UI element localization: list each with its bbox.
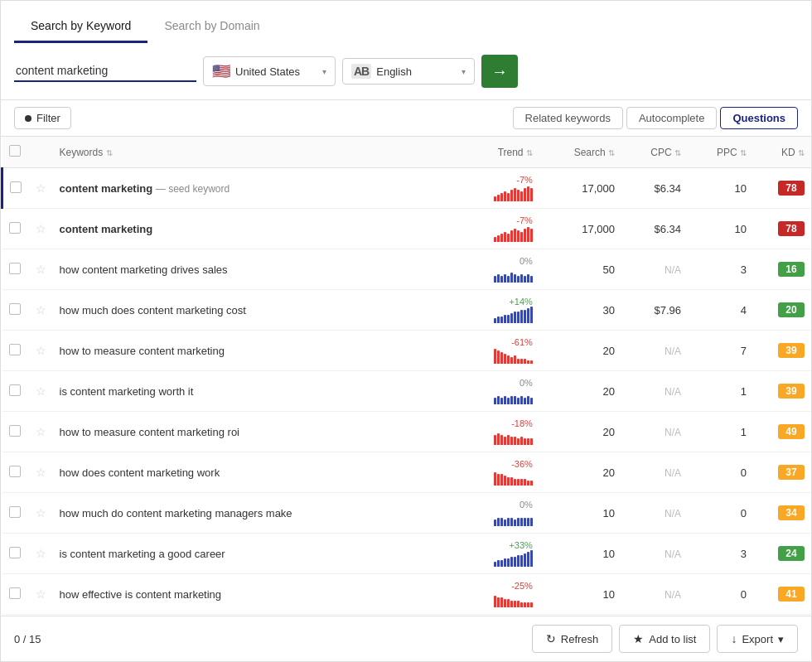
- row-checkbox[interactable]: [9, 344, 21, 355]
- table-row: ☆how to measure content marketing-61%20N…: [2, 331, 812, 371]
- mini-bar: [517, 438, 520, 445]
- mini-bar: [520, 518, 523, 526]
- mini-bar: [504, 354, 506, 364]
- filter-tab-related[interactable]: Related keywords: [513, 107, 623, 129]
- mini-bar: [517, 312, 520, 323]
- col-label-trend: Trend: [498, 147, 524, 158]
- mini-bar: [494, 435, 496, 445]
- mini-bar: [517, 479, 520, 486]
- mini-bar: [510, 601, 513, 607]
- search-volume-cell: 17,000: [539, 168, 621, 209]
- sort-cpc-icon: ⇅: [674, 148, 681, 157]
- star-icon[interactable]: ☆: [36, 344, 46, 357]
- trend-pct: -7%: [433, 215, 533, 225]
- star-icon[interactable]: ☆: [36, 466, 46, 479]
- mini-bar: [514, 312, 516, 323]
- mini-bar: [524, 602, 526, 607]
- mini-bar: [504, 599, 506, 607]
- col-header-keywords[interactable]: Keywords ⇅: [53, 137, 427, 168]
- na-label: N/A: [665, 264, 681, 276]
- export-icon: ↓: [731, 632, 737, 645]
- mini-bar: [497, 195, 500, 201]
- page-count: 0 / 15: [14, 633, 41, 645]
- mini-bar: [524, 398, 526, 404]
- cpc-cell: N/A: [621, 493, 688, 534]
- mini-bar: [530, 602, 533, 607]
- mini-bar: [510, 190, 513, 201]
- col-label-ppc: PPC: [717, 147, 737, 158]
- mini-bar: [520, 555, 523, 567]
- export-button[interactable]: ↓ Export ▾: [717, 625, 798, 653]
- mini-bar: [514, 519, 516, 526]
- trend-chart: [433, 469, 533, 486]
- mini-bar: [530, 550, 533, 567]
- col-header-kd[interactable]: KD ⇅: [753, 137, 811, 168]
- mini-bar: [514, 355, 516, 364]
- na-label: N/A: [665, 508, 681, 519]
- ppc-cell: 0: [688, 493, 753, 534]
- star-icon[interactable]: ☆: [36, 547, 46, 560]
- mini-bar: [510, 518, 513, 526]
- star-icon[interactable]: ☆: [36, 303, 46, 317]
- row-checkbox[interactable]: [9, 425, 21, 437]
- star-icon[interactable]: ☆: [36, 181, 46, 195]
- tab-search-keyword[interactable]: Search by Keyword: [14, 11, 147, 43]
- star-icon[interactable]: ☆: [36, 587, 46, 601]
- search-button[interactable]: →: [481, 55, 518, 88]
- row-checkbox[interactable]: [9, 587, 21, 599]
- filter-tab-questions[interactable]: Questions: [720, 107, 798, 129]
- mini-bar: [520, 359, 523, 364]
- kd-badge: 41: [778, 587, 805, 602]
- row-checkbox[interactable]: [9, 506, 21, 518]
- mini-bar: [507, 518, 510, 526]
- col-header-cpc[interactable]: CPC ⇅: [621, 137, 688, 168]
- star-icon[interactable]: ☆: [36, 425, 46, 438]
- keyword-text: how content marketing drives sales: [60, 263, 228, 276]
- filter-tab-autocomplete[interactable]: Autocomplete: [626, 107, 718, 129]
- sort-ppc-icon: ⇅: [740, 148, 747, 157]
- mini-bar: [514, 479, 516, 486]
- language-select[interactable]: AB English ▾: [342, 58, 475, 85]
- mini-bar: [524, 276, 526, 283]
- mini-bar: [527, 518, 529, 526]
- tab-search-domain[interactable]: Search by Domain: [147, 11, 276, 43]
- mini-bar: [527, 602, 529, 607]
- star-icon[interactable]: ☆: [36, 263, 46, 276]
- row-checkbox[interactable]: [9, 263, 21, 274]
- filter-button[interactable]: Filter: [14, 107, 71, 129]
- row-checkbox[interactable]: [9, 222, 21, 234]
- kd-badge: 20: [778, 302, 805, 317]
- mini-bar: [530, 229, 533, 242]
- col-header-ppc[interactable]: PPC ⇅: [688, 137, 753, 168]
- mini-bar: [520, 310, 523, 323]
- mini-bar: [520, 232, 523, 242]
- col-header-star: [29, 137, 53, 168]
- star-icon[interactable]: ☆: [36, 506, 46, 519]
- star-icon[interactable]: ☆: [36, 222, 46, 235]
- select-all-checkbox[interactable]: [9, 145, 21, 157]
- trend-pct: -18%: [433, 418, 533, 428]
- star-icon[interactable]: ☆: [36, 384, 46, 398]
- table-row: ☆is content marketing worth it0%20N/A139: [2, 371, 812, 412]
- country-select[interactable]: 🇺🇸 United States ▾: [203, 56, 336, 86]
- keyword-text: content marketing: [60, 182, 153, 195]
- refresh-button[interactable]: ↻ Refresh: [532, 625, 613, 653]
- keyword-text: how to measure content marketing roi: [60, 426, 240, 438]
- mini-bar: [530, 360, 533, 364]
- row-checkbox[interactable]: [9, 466, 21, 477]
- add-to-list-button[interactable]: ★ Add to list: [619, 625, 710, 653]
- row-checkbox[interactable]: [10, 181, 22, 193]
- mini-bar: [500, 352, 503, 364]
- mini-bar: [527, 396, 529, 404]
- mini-bar: [517, 555, 520, 567]
- ppc-cell: 3: [688, 249, 753, 290]
- cpc-cell: $6.34: [621, 209, 688, 249]
- col-header-trend[interactable]: Trend ⇅: [426, 137, 539, 168]
- mini-bar: [514, 229, 516, 242]
- col-header-search[interactable]: Search ⇅: [539, 137, 621, 168]
- keyword-text: how to measure content marketing: [60, 345, 225, 357]
- row-checkbox[interactable]: [9, 303, 21, 315]
- row-checkbox[interactable]: [9, 547, 21, 558]
- keyword-input[interactable]: [14, 60, 196, 82]
- row-checkbox[interactable]: [9, 384, 21, 396]
